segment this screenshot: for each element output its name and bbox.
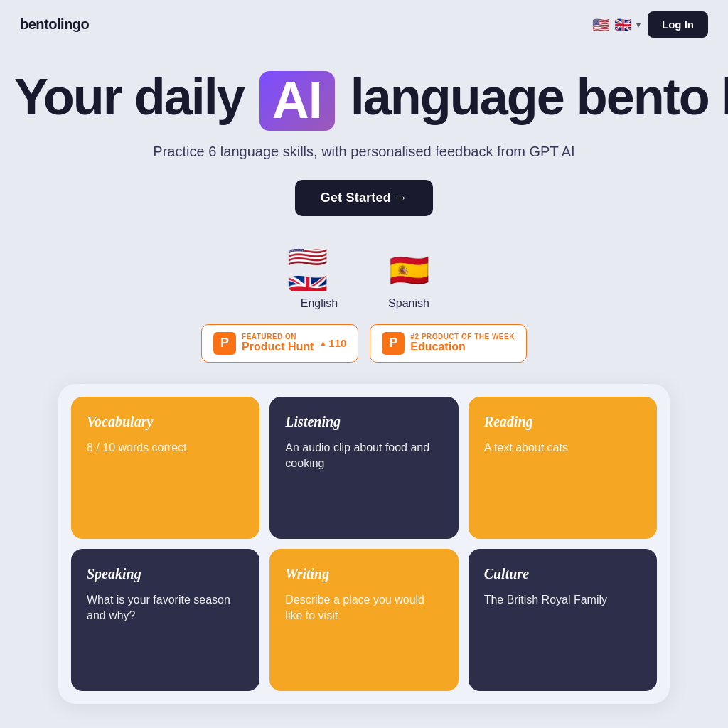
get-started-button[interactable]: Get Started →	[295, 180, 434, 216]
vocabulary-card[interactable]: Vocabulary 8 / 10 words correct	[71, 397, 259, 539]
language-flags: 🇺🇸🇬🇧 English 🇪🇸 Spanish	[0, 249, 728, 310]
login-button[interactable]: Log In	[648, 11, 708, 38]
ph-vote-count: ▲ 110	[319, 337, 346, 349]
language-option-spanish[interactable]: 🇪🇸 Spanish	[377, 249, 441, 310]
ph-badges: P FEATURED ON Product Hunt ▲ 110 P #2 PR…	[0, 324, 728, 363]
hero-section: Your daily AI language bento box Practic…	[0, 49, 728, 223]
language-option-english[interactable]: 🇺🇸🇬🇧 English	[287, 249, 351, 310]
vocabulary-title: Vocabulary	[87, 414, 244, 430]
navbar-flag2-icon: 🇬🇧	[614, 16, 632, 33]
spanish-flag-icon: 🇪🇸	[377, 249, 441, 291]
english-flag-icon: 🇺🇸🇬🇧	[287, 249, 351, 291]
ph-education-name: Education	[410, 341, 515, 353]
up-arrow-icon: ▲	[319, 339, 326, 347]
reading-title: Reading	[484, 414, 641, 430]
ph-logo-icon: P	[213, 332, 236, 355]
listening-title: Listening	[285, 414, 442, 430]
speaking-title: Speaking	[87, 566, 244, 582]
ph-featured-name: Product Hunt	[242, 341, 314, 353]
hero-subtitle: Practice 6 language skills, with persona…	[14, 144, 714, 160]
logo: bentolingo	[20, 16, 89, 33]
culture-title: Culture	[484, 566, 641, 582]
writing-desc: Describe a place you would like to visit	[285, 592, 442, 624]
navbar-flag-icon: 🇺🇸	[592, 16, 610, 33]
hero-title-before: Your daily	[14, 68, 244, 125]
writing-title: Writing	[285, 566, 442, 582]
ph-badge-featured[interactable]: P FEATURED ON Product Hunt ▲ 110	[201, 324, 358, 363]
ph-count-value: 110	[328, 337, 346, 349]
speaking-card[interactable]: Speaking What is your favorite season an…	[71, 549, 259, 691]
ph-badge-education[interactable]: P #2 PRODUCT OF THE WEEK Education	[370, 324, 527, 363]
writing-card[interactable]: Writing Describe a place you would like …	[269, 549, 458, 691]
vocabulary-desc: 8 / 10 words correct	[87, 440, 244, 456]
ph-education-label: #2 PRODUCT OF THE WEEK	[410, 333, 515, 341]
speaking-desc: What is your favorite season and why?	[87, 592, 244, 624]
listening-desc: An audio clip about food and cooking	[285, 440, 442, 472]
nav-right: 🇺🇸 🇬🇧 ▾ Log In	[592, 11, 708, 38]
language-selector[interactable]: 🇺🇸 🇬🇧 ▾	[592, 16, 641, 33]
ph-education-text: #2 PRODUCT OF THE WEEK Education	[410, 333, 515, 353]
ph-featured-text: FEATURED ON Product Hunt	[242, 333, 314, 353]
culture-card[interactable]: Culture The British Royal Family	[469, 549, 657, 691]
hero-title: Your daily AI language bento box	[14, 70, 714, 131]
ph-logo2-icon: P	[382, 332, 405, 355]
ai-badge: AI	[259, 71, 335, 131]
reading-desc: A text about cats	[484, 440, 641, 456]
english-label: English	[301, 297, 338, 310]
culture-desc: The British Royal Family	[484, 592, 641, 608]
hero-title-after: language bento box	[350, 68, 728, 125]
listening-card[interactable]: Listening An audio clip about food and c…	[269, 397, 458, 539]
bento-grid: Vocabulary 8 / 10 words correct Listenin…	[58, 384, 670, 704]
bento-wrapper: Vocabulary 8 / 10 words correct Listenin…	[0, 384, 728, 704]
reading-card[interactable]: Reading A text about cats	[469, 397, 657, 539]
chevron-down-icon: ▾	[636, 20, 641, 30]
spanish-label: Spanish	[388, 297, 429, 310]
ph-featured-label: FEATURED ON	[242, 333, 314, 341]
navbar: bentolingo 🇺🇸 🇬🇧 ▾ Log In	[0, 0, 728, 49]
